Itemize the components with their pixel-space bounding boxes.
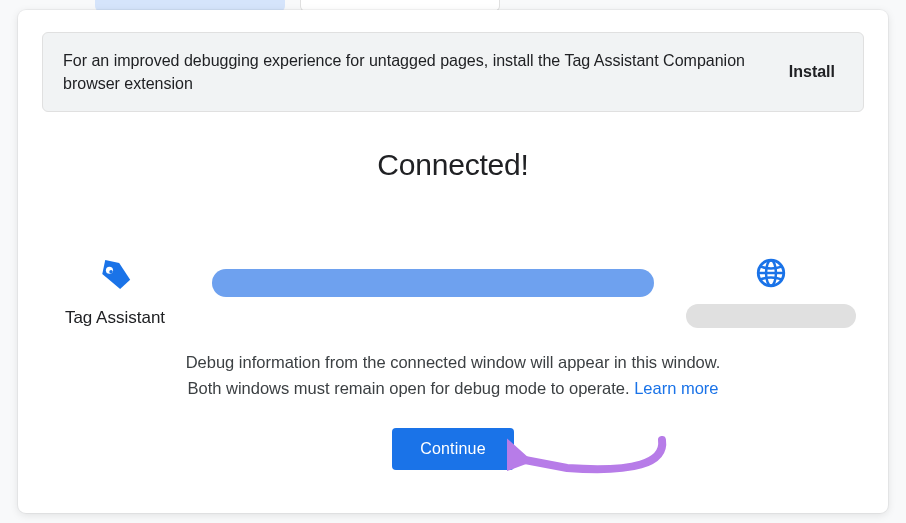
description-line-1: Debug information from the connected win… bbox=[186, 353, 721, 371]
globe-icon bbox=[754, 256, 788, 290]
tag-icon bbox=[96, 256, 134, 294]
endpoint-tag-assistant: Tag Assistant bbox=[50, 256, 180, 328]
install-button[interactable]: Install bbox=[781, 59, 843, 85]
connection-row: Tag Assistant bbox=[42, 256, 864, 328]
learn-more-link[interactable]: Learn more bbox=[634, 379, 718, 397]
connected-dialog: For an improved debugging experience for… bbox=[18, 10, 888, 513]
page-title: Connected! bbox=[42, 148, 864, 182]
banner-message: For an improved debugging experience for… bbox=[63, 49, 761, 95]
arrow-annotation bbox=[507, 430, 687, 490]
description-text: Debug information from the connected win… bbox=[42, 350, 864, 401]
continue-wrap: Continue bbox=[42, 428, 864, 470]
site-url-placeholder bbox=[686, 304, 856, 328]
endpoint-site bbox=[686, 256, 856, 328]
connection-bar bbox=[212, 269, 654, 297]
description-line-2: Both windows must remain open for debug … bbox=[187, 379, 634, 397]
continue-button[interactable]: Continue bbox=[392, 428, 514, 470]
endpoint-left-label: Tag Assistant bbox=[65, 308, 165, 328]
svg-point-1 bbox=[109, 270, 112, 273]
install-banner: For an improved debugging experience for… bbox=[42, 32, 864, 112]
